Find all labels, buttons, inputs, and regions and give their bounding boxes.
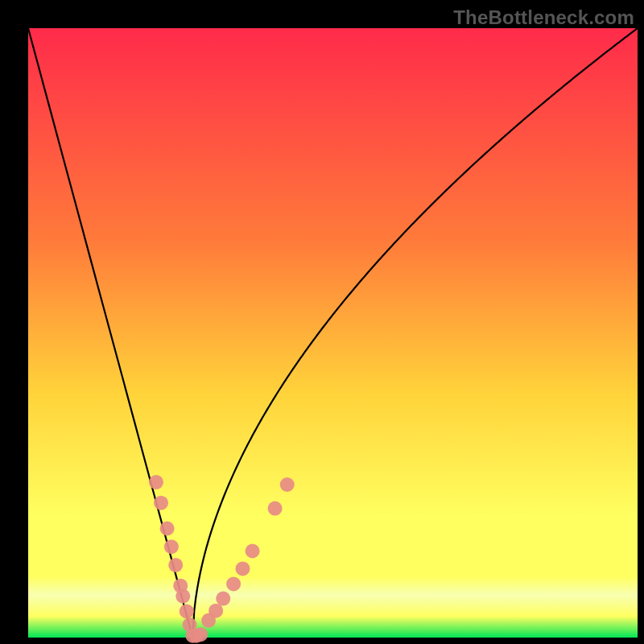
data-point — [235, 561, 250, 576]
data-point — [280, 477, 295, 492]
data-point — [208, 604, 223, 618]
chart-svg — [28, 28, 638, 638]
gradient-background — [28, 28, 638, 638]
data-point — [180, 604, 194, 618]
data-point — [268, 502, 283, 516]
data-point — [154, 496, 168, 510]
watermark-text: TheBottleneck.com — [453, 6, 634, 29]
data-point — [216, 592, 230, 606]
data-point — [164, 539, 179, 554]
data-point — [226, 576, 241, 591]
chart-frame: TheBottleneck.com — [0, 0, 644, 644]
data-point — [149, 475, 163, 489]
data-point — [160, 522, 175, 536]
data-point — [168, 558, 183, 572]
data-point — [175, 589, 190, 604]
data-point — [193, 627, 208, 642]
data-point — [246, 544, 260, 559]
